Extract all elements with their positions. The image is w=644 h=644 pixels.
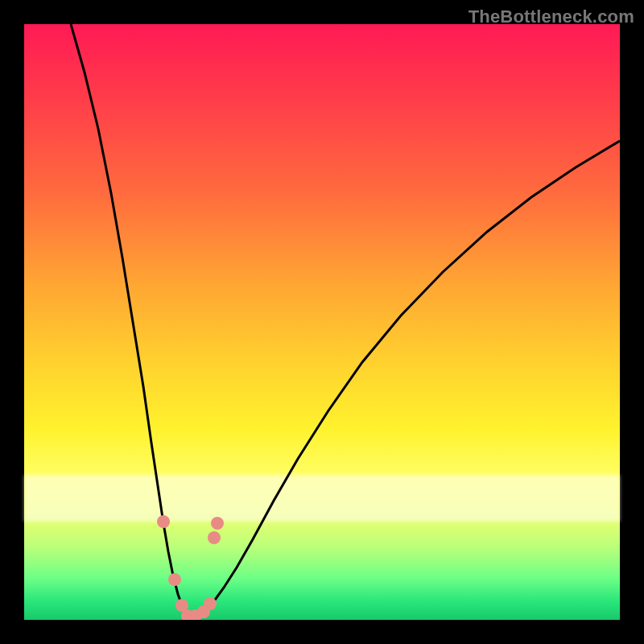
chart-frame: TheBottleneck.com [0,0,644,644]
marker-point [168,573,181,586]
right-curve [191,141,620,616]
marker-point [208,531,221,544]
marker-point [204,597,217,610]
left-curve [71,24,191,616]
plot-area [24,24,620,620]
marker-group [157,515,224,620]
marker-point [211,517,224,530]
curve-svg [24,24,620,620]
marker-point [157,515,170,528]
